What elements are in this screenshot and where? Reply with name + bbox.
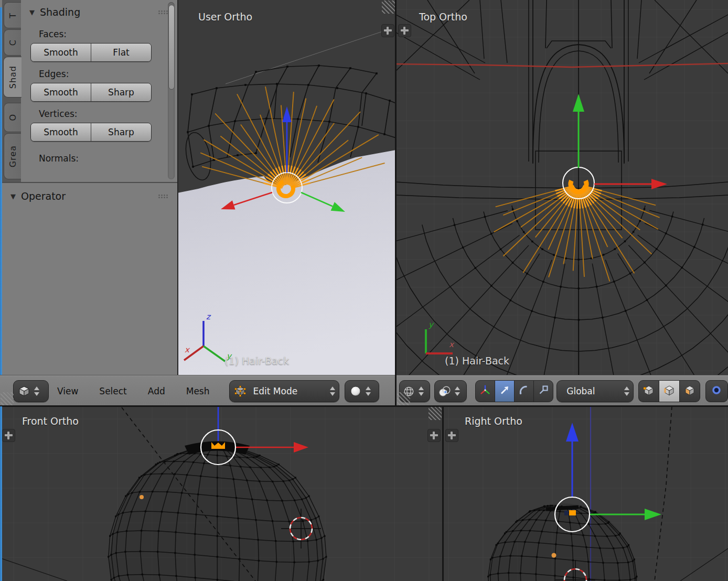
vertices-sharp-button[interactable]: Sharp [91,123,151,141]
rotate-arc-icon [518,384,530,398]
tab-label: C [8,39,18,46]
viewport-canvas-user[interactable]: zxy [177,0,396,375]
edges-label: Edges: [39,69,177,79]
operator-panel-header[interactable]: ▼ Operator [0,186,177,206]
proportional-editing-icon [438,386,451,397]
active-object-label-user: (1) Hair-Back [224,355,289,367]
proportional-editing-dropdown[interactable] [434,380,467,402]
edges-smooth-button[interactable]: Smooth [31,83,91,101]
area-corner-grip[interactable] [429,407,442,420]
manipulator-scale-button[interactable] [533,380,553,402]
viewport-area-user: zxy T C Shad O Grea ▼ Shading Faces: Smo… [0,0,396,406]
shading-panel-header[interactable]: ▼ Shading [21,2,177,22]
area-corner-grip[interactable] [1,392,14,405]
orientation-dropdown-arrows-icon [624,386,629,396]
tool-shelf: T C Shad O Grea ▼ Shading Faces: Smooth … [0,0,178,375]
area-divider-horizontal[interactable] [0,405,728,407]
edge-select-button[interactable] [659,380,680,402]
panel-title: Shading [40,6,80,18]
edges-button-pair: Smooth Sharp [30,83,152,102]
viewport-canvas-front[interactable] [0,406,443,581]
tab-options[interactable]: O [4,103,21,132]
select-mode-button-group [638,380,700,402]
viewport-area-top: yx [396,0,728,406]
viewport-area-right [443,406,728,581]
operator-panel: ▼ Operator [0,182,177,375]
vertices-label: Vertices: [39,109,177,119]
viewport-label-top: Top Ortho [419,11,467,23]
area-divider-vertical-top[interactable] [395,0,397,406]
menu-select[interactable]: Select [99,386,126,396]
blender-quad-view: zxy T C Shad O Grea ▼ Shading Faces: Smo… [0,0,728,581]
scale-icon [538,384,549,398]
manipulator-button-group [475,380,553,402]
orientation-dropdown[interactable]: Global [556,380,634,402]
tab-label: Grea [8,145,18,167]
tab-label: Shad [8,66,18,89]
editor-type-3d-view-icon [18,385,30,397]
window-edge-highlight [0,7,2,375]
area-corner-grip[interactable] [397,392,410,405]
tool-shelf-tab-column: T C Shad O Grea [2,0,21,182]
shading-dropdown-arrows-icon [366,386,371,396]
tab-grease-pencil[interactable]: Grea [4,133,21,179]
occlude-circle-icon [711,385,722,397]
expand-region-button[interactable] [398,24,411,37]
panel-title: Operator [21,190,66,202]
viewport-area-front [0,406,443,581]
expand-region-button[interactable] [445,429,458,442]
editor-type-selector[interactable] [13,380,49,402]
manipulator-rotate-button[interactable] [514,380,534,402]
vertex-select-icon [644,385,654,397]
vertices-smooth-button[interactable]: Smooth [31,123,91,141]
viewport-label-right: Right Ortho [465,415,522,427]
menu-view[interactable]: View [57,386,78,396]
edges-sharp-button[interactable]: Sharp [91,83,151,101]
viewport-label-front: Front Ortho [22,415,79,427]
collapse-triangle-icon: ▼ [10,192,16,200]
occlude-geometry-button[interactable] [705,380,728,402]
manipulator-translate-button[interactable] [495,380,515,402]
edit-mode-cube-icon [234,385,246,397]
mode-dropdown[interactable]: Edit Mode [229,380,339,402]
expand-region-button[interactable] [2,429,15,442]
vertex-select-button[interactable] [638,380,659,402]
faces-label: Faces: [39,29,177,39]
collapse-triangle-icon: ▼ [29,8,35,16]
viewport-canvas-top[interactable]: yx [396,0,728,375]
tab-shading[interactable]: Shad [3,57,22,98]
faces-button-pair: Smooth Flat [30,43,152,62]
pivot-dropdown-arrows-icon [419,386,424,396]
area-corner-grip[interactable] [382,1,395,14]
active-object-label-top: (1) Hair-Back [445,355,509,367]
scrollbar-thumb[interactable] [168,5,175,90]
menu-mesh[interactable]: Mesh [186,386,210,396]
panel-drag-dots-icon[interactable] [158,194,169,199]
viewport-header-left: View Select Add Mesh [0,375,396,406]
faces-smooth-button[interactable]: Smooth [31,44,91,61]
viewport-header-right: Global [396,375,728,406]
face-select-button[interactable] [679,380,700,402]
tab-label: T [8,13,18,18]
expand-region-button[interactable] [381,24,394,37]
manipulator-axes-button[interactable] [475,380,495,402]
area-divider-vertical-bottom[interactable] [442,406,444,581]
shading-sphere-icon [350,385,361,397]
vertices-button-pair: Smooth Sharp [30,123,152,142]
tab-tools[interactable]: T [4,2,21,28]
window-edge-highlight [0,406,2,581]
mode-dropdown-label: Edit Mode [253,386,297,396]
faces-flat-button[interactable]: Flat [91,44,151,61]
viewport-shading-dropdown[interactable] [345,380,379,402]
tab-create[interactable]: C [4,29,21,56]
translate-arrow-icon [499,384,510,398]
orientation-label: Global [566,386,595,396]
menu-add[interactable]: Add [148,386,165,396]
panel-drag-dots-icon[interactable] [158,10,169,15]
viewport-canvas-right[interactable] [443,406,728,581]
manipulator-axes-icon [479,384,491,398]
mode-dropdown-arrows-icon [330,386,335,396]
proportional-dropdown-arrows-icon [455,386,460,396]
tool-shelf-scrollbar[interactable] [168,2,175,179]
expand-region-button[interactable] [427,429,441,442]
